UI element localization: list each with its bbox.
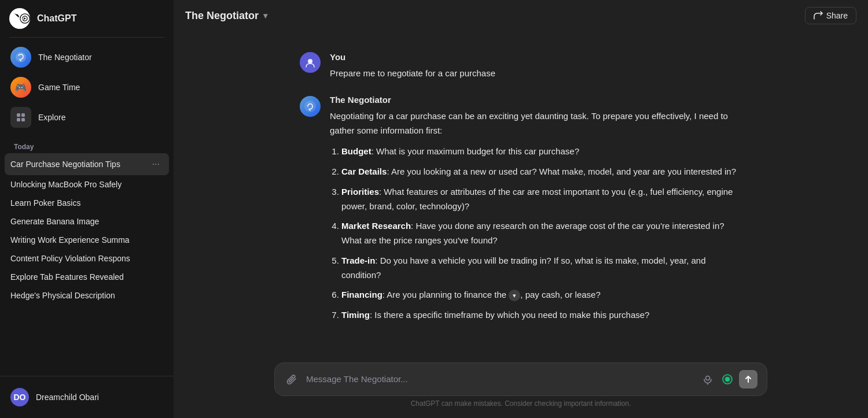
svg-rect-5 bbox=[17, 118, 20, 121]
input-actions bbox=[700, 370, 757, 389]
audio-icon bbox=[722, 373, 733, 385]
item-label-financing: Financing bbox=[341, 290, 382, 299]
item-text-financing: : Are you planning to finance the ▾, pay… bbox=[382, 290, 601, 299]
chat-item-poker[interactable]: Learn Poker Basics bbox=[5, 194, 169, 212]
chat-item-fade bbox=[134, 194, 169, 212]
item-text-timing: : Is there a specific timeframe by which… bbox=[370, 310, 650, 320]
bot-message-header: The Negotiator bbox=[330, 95, 742, 105]
sidebar-footer: DO Dreamchild Obari bbox=[0, 376, 174, 418]
gametime-name: Game Time bbox=[38, 83, 163, 92]
gpts-section: The Negotiator 🎮 Game Time bbox=[0, 38, 174, 137]
share-icon bbox=[814, 11, 823, 20]
item-text-tradein: : Do you have a vehicle you will be trad… bbox=[341, 256, 706, 280]
chat-more-button[interactable]: ··· bbox=[149, 158, 163, 171]
svg-rect-3 bbox=[17, 113, 20, 117]
gpt-item-gametime[interactable]: 🎮 Game Time bbox=[5, 72, 169, 102]
svg-rect-4 bbox=[21, 113, 25, 117]
chatgpt-logo bbox=[9, 8, 30, 29]
bot-list-item-6: Financing: Are you planning to finance t… bbox=[341, 288, 742, 302]
explore-item[interactable]: Explore bbox=[5, 102, 169, 132]
chat-item-explore-tab[interactable]: Explore Tab Features Revealed bbox=[5, 268, 169, 286]
chat-item-writing[interactable]: Writing Work Experience Summa bbox=[5, 231, 169, 249]
share-label: Share bbox=[826, 11, 848, 20]
chat-title-text: The Negotiator bbox=[185, 10, 259, 22]
bot-sender-name: The Negotiator bbox=[330, 95, 391, 105]
input-container bbox=[274, 362, 767, 396]
chat-item-fade bbox=[134, 249, 169, 268]
bot-message: The Negotiator Negotiating for a car pur… bbox=[286, 86, 756, 338]
bot-list-item-2: Car Details: Are you looking at a new or… bbox=[341, 165, 742, 179]
chat-title-button[interactable]: The Negotiator ▾ bbox=[185, 10, 267, 22]
chat-item-fade bbox=[134, 268, 169, 286]
bot-message-content: The Negotiator Negotiating for a car pur… bbox=[330, 95, 742, 328]
user-message-header: You bbox=[330, 52, 495, 62]
item-text-priorities: : What features or attributes of the car… bbox=[341, 187, 733, 211]
bot-avatar bbox=[300, 96, 321, 117]
item-label-budget: Budget bbox=[341, 146, 372, 156]
item-text-budget: : What is your maximum budget for this c… bbox=[372, 146, 579, 156]
bot-message-text: Negotiating for a car purchase can be an… bbox=[330, 109, 742, 323]
bot-list-item-4: Market Research: Have you done any resea… bbox=[341, 219, 742, 248]
chat-item-content-policy[interactable]: Content Policy Violation Respons bbox=[5, 249, 169, 268]
chat-messages: You Prepare me to negotiate for a car pu… bbox=[174, 31, 868, 353]
chat-item-fade bbox=[134, 175, 169, 194]
message-input[interactable] bbox=[306, 373, 694, 386]
user-name: Dreamchild Obari bbox=[36, 393, 99, 402]
share-button[interactable]: Share bbox=[805, 7, 856, 24]
negotiator-name: The Negotiator bbox=[38, 53, 145, 62]
user-sender-name: You bbox=[330, 52, 345, 62]
svg-rect-6 bbox=[21, 118, 25, 121]
user-message-content: You Prepare me to negotiate for a car pu… bbox=[330, 52, 495, 81]
chat-item-fade bbox=[134, 212, 169, 231]
gametime-avatar: 🎮 bbox=[10, 77, 31, 98]
user-profile[interactable]: DO Dreamchild Obari bbox=[5, 383, 169, 411]
main-content: The Negotiator ▾ Share bbox=[174, 0, 868, 418]
chat-item-hedge[interactable]: Hedge's Physical Description bbox=[5, 286, 169, 305]
chat-item-fade bbox=[134, 231, 169, 249]
today-label: Today bbox=[5, 137, 169, 153]
chat-item-banana[interactable]: Generate Banana Image bbox=[5, 212, 169, 231]
voice-icon bbox=[702, 373, 713, 385]
attach-button[interactable] bbox=[284, 371, 300, 387]
audio-button[interactable] bbox=[719, 371, 735, 387]
explore-label: Explore bbox=[38, 113, 163, 122]
disclaimer-text: ChatGPT can make mistakes. Consider chec… bbox=[274, 396, 767, 413]
user-message-body: Prepare me to negotiate for a car purcha… bbox=[330, 68, 495, 78]
user-message-avatar bbox=[300, 52, 321, 73]
item-label-priorities: Priorities bbox=[341, 187, 379, 197]
scroll-down-indicator: ▾ bbox=[509, 290, 520, 301]
item-label-cardetails: Car Details bbox=[341, 167, 387, 176]
svg-point-9 bbox=[706, 376, 710, 380]
sidebar: ChatGPT The Negotiator 🎮 bbox=[0, 0, 174, 418]
user-message-text: Prepare me to negotiate for a car purcha… bbox=[330, 66, 495, 81]
chat-list: Today Car Purchase Negotiation Tips ··· … bbox=[0, 137, 174, 376]
bot-intro-text: Negotiating for a car purchase can be an… bbox=[330, 109, 742, 138]
explore-icon-box bbox=[10, 107, 31, 128]
user-message: You Prepare me to negotiate for a car pu… bbox=[286, 43, 756, 86]
user-message-inner: You Prepare me to negotiate for a car pu… bbox=[300, 52, 742, 81]
gpt-item-negotiator[interactable]: The Negotiator bbox=[5, 42, 169, 72]
send-icon bbox=[744, 375, 753, 384]
svg-point-2 bbox=[20, 60, 21, 61]
bot-items-list: Budget: What is your maximum budget for … bbox=[341, 145, 742, 323]
svg-point-7 bbox=[308, 59, 312, 64]
item-label-tradein: Trade-in bbox=[341, 256, 375, 265]
chevron-down-icon: ▾ bbox=[263, 11, 267, 20]
bot-list-item-3: Priorities: What features or attributes … bbox=[341, 185, 742, 214]
item-text-cardetails: : Are you looking at a new or used car? … bbox=[387, 167, 736, 176]
send-button[interactable] bbox=[739, 370, 757, 389]
item-label-timing: Timing bbox=[341, 310, 370, 320]
bot-list-item-1: Budget: What is your maximum budget for … bbox=[341, 145, 742, 159]
svg-point-12 bbox=[725, 377, 730, 382]
chat-item-fade bbox=[134, 286, 169, 305]
negotiator-avatar bbox=[10, 47, 31, 68]
bot-message-inner: The Negotiator Negotiating for a car pur… bbox=[300, 95, 742, 328]
input-area: ChatGPT can make mistakes. Consider chec… bbox=[260, 353, 781, 418]
sidebar-header: ChatGPT bbox=[0, 0, 174, 37]
voice-button[interactable] bbox=[700, 371, 716, 387]
chat-item-macbook[interactable]: Unlocking MacBook Pro Safely bbox=[5, 175, 169, 194]
chat-item-text: Car Purchase Negotiation Tips bbox=[10, 160, 149, 169]
app-title: ChatGPT bbox=[37, 13, 164, 24]
chat-item-car-purchase[interactable]: Car Purchase Negotiation Tips ··· bbox=[5, 153, 169, 175]
user-avatar: DO bbox=[10, 388, 29, 406]
